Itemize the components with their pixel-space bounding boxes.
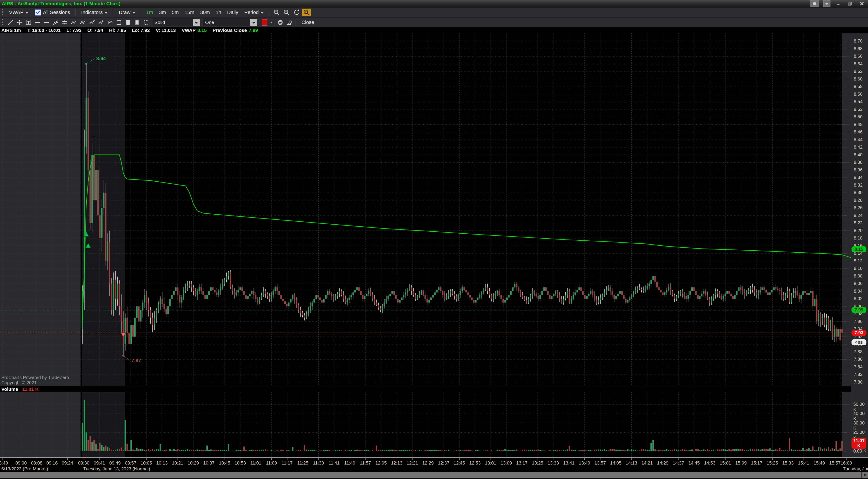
time-tick-label: 14:29 [657,460,668,466]
draw-dropdown[interactable]: Draw [116,9,138,15]
low-price: Lo: 7.92 [132,28,150,33]
chevron-down-icon [270,22,272,23]
price-chart-pane[interactable] [0,33,851,386]
combo-arrow-button[interactable] [193,19,200,26]
reset-zoom-button[interactable] [292,9,301,16]
draw-label: Draw [119,9,130,15]
price-tick-label: 8.10 [854,266,867,271]
parallel-lines-tool-button[interactable] [51,19,60,26]
window-controls [810,0,866,7]
line-width-select[interactable]: One [203,19,257,26]
price-badge-11-01-k: 11.01 K [851,438,866,449]
parallel-lines-icon [52,19,59,26]
date-label: Tuesday, Jun [843,466,868,472]
all-sessions-toggle[interactable]: All Sessions [32,9,73,15]
minimize-button[interactable] [835,0,842,7]
time-tick-mark [569,458,569,460]
line-style-select[interactable]: Solid [152,19,200,26]
toolbar-drag-handle[interactable] [1,9,4,15]
scrollbar-thumb[interactable] [0,472,861,478]
time-tick-label: 15:17 [751,460,763,466]
trendline-tool-button[interactable] [6,19,15,26]
timeframe-30m[interactable]: 30m [197,9,213,15]
time-tick-label: 09:08 [31,460,42,466]
price-tick-label: 8.64 [854,61,867,66]
zoom-out-button[interactable] [272,9,281,16]
combo-arrow-button[interactable] [250,19,257,26]
checkbox-checked-icon [35,9,41,15]
volume-chart-pane[interactable] [0,392,851,457]
time-tick-mark [256,458,256,460]
time-tick-label: 12:13 [391,460,402,466]
filled-rectangle-tool-button[interactable] [124,19,132,26]
timeframe-1h[interactable]: 1h [213,9,224,15]
drawing-settings-button[interactable] [276,19,284,26]
toolbar-drag-handle[interactable] [1,19,4,26]
settings-gear-button[interactable] [810,0,819,7]
price-tick-label: 8.52 [854,107,867,112]
zigzag-tool-button[interactable] [69,19,78,26]
price-badge-48s: 48s [851,339,866,345]
close-label: Close [302,20,314,25]
svg-text:F: F [108,20,111,25]
text-tool-button[interactable] [24,19,33,26]
indicators-dropdown[interactable]: Indicators [78,9,111,15]
timeframe-15m[interactable]: 15m [182,9,197,15]
rectangle-tool-button[interactable] [115,19,123,26]
all-sessions-label: All Sessions [43,9,70,15]
rectangle-icon [116,19,122,26]
polyline-tool-button[interactable] [88,19,96,26]
eraser-button[interactable] [285,19,293,26]
close-button[interactable] [858,0,866,7]
price-tick-label: 8.22 [854,220,867,225]
time-tick-mark [725,458,725,460]
segment-tool-button[interactable] [42,19,51,26]
close-drawing-toolbar-button[interactable]: Close [298,20,317,25]
vwap-dropdown[interactable]: VWAP [6,9,32,15]
arrow-polyline-tool-button[interactable] [97,19,105,26]
fibonacci-tool-button[interactable]: F [105,19,114,26]
ray-tool-button[interactable] [33,19,42,26]
line-color-picker[interactable] [259,19,276,26]
time-axis[interactable]: 08:4909:0009:0809:1609:2409:3009:4109:49… [0,457,868,467]
time-tick-mark [287,458,287,460]
price-axis[interactable]: 8.708.688.668.648.628.608.588.568.548.52… [851,33,868,457]
period-dropdown[interactable]: Period [241,9,267,15]
prev-close-value: 7.99 [249,28,258,33]
zigzag-icon [70,19,77,26]
time-tick-mark [694,458,694,460]
prev-close-label: Previous Close [213,28,247,33]
trendline-icon [7,19,14,26]
volume-pane-header: Volume 11.01 K [0,386,868,392]
timeframe-daily[interactable]: Daily [224,9,241,15]
text-icon [25,19,32,26]
timeframe-1m[interactable]: 1m [144,9,156,15]
restore-button[interactable] [846,0,854,7]
time-tick-label: 12:05 [375,460,387,466]
toolbar-separator [75,9,76,15]
gear-icon [277,20,283,25]
horizontal-parallel-tool-button[interactable] [60,19,69,26]
chevron-down-icon [260,12,264,14]
scrollbar-right-arrow-button[interactable] [862,472,868,478]
timeframe-3m[interactable]: 3m [156,9,169,15]
time-tick-label: 14:13 [626,460,637,466]
price-tick-label: 7.86 [854,357,867,362]
zoom-box-button[interactable] [302,9,311,16]
price-tick-label: 8.04 [854,289,867,294]
time-tick-mark [584,458,585,460]
filled-rectangle-2-tool-button[interactable] [133,19,141,26]
horizontal-scrollbar[interactable] [0,472,868,478]
zoom-in-button[interactable] [282,9,291,16]
zigzag-points-tool-button[interactable] [79,19,87,26]
point-tool-button[interactable] [15,19,24,26]
dashed-rectangle-tool-button[interactable] [142,19,150,26]
open-price: O: 7.94 [87,28,103,33]
titlebar-dropdown-button[interactable] [823,0,831,7]
time-tick-mark [710,458,710,460]
time-tick-label: 09:49 [109,460,121,466]
price-tick-label: 8.26 [854,205,867,210]
point-icon [16,19,23,26]
price-tick-label: 8.54 [854,99,867,104]
timeframe-5m[interactable]: 5m [169,9,182,15]
